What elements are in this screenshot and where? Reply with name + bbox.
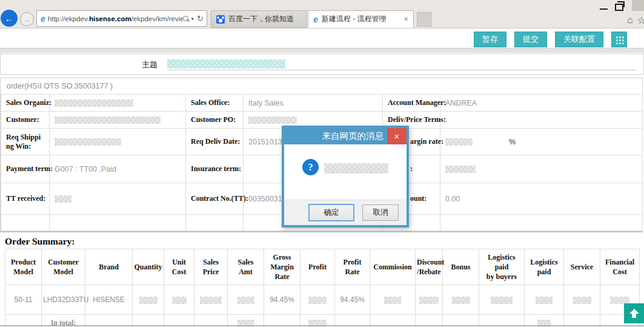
- summary-col-header: Commission: [370, 249, 416, 285]
- field-req-deliv-date-label: Req Deliv Date:: [186, 129, 244, 155]
- field-customer-value: [50, 112, 186, 129]
- window-corner: [632, 0, 644, 11]
- field-sales-organiz-label: Sales Organiz:: [1, 95, 50, 112]
- field-tt-received-value: [50, 183, 186, 215]
- window-controls: [600, 2, 623, 11]
- field-margin-rate-value: %: [440, 129, 643, 155]
- tab-close-icon[interactable]: ×: [403, 15, 408, 24]
- browser-chrome: ← → e http://ekpdev.hisense.com/ekpdev/k…: [0, 0, 644, 29]
- question-mark-icon: ?: [302, 159, 319, 175]
- field-req-shipping-win-label: Req Shipping Win:: [1, 129, 50, 155]
- favorites-star-icon[interactable]: ☆: [637, 15, 644, 26]
- field-sales-office-value: Italy Sales: [244, 95, 383, 112]
- field-tt-received-label: TT received:: [1, 183, 50, 215]
- redacted-value: [419, 297, 439, 304]
- summary-col-header: Gross Margin Rate: [264, 249, 300, 285]
- search-icon[interactable]: [183, 16, 188, 21]
- field-payment-term-value: G007 : TT00 ,Paid: [50, 155, 186, 183]
- summary-col-header: Quantity: [133, 249, 164, 285]
- summary-header-row: Product ModelCustomer ModelBrandQuantity…: [5, 249, 640, 285]
- forward-button[interactable]: →: [20, 12, 34, 26]
- field-customer-label: Customer:: [1, 112, 50, 129]
- summary-cell: [416, 285, 443, 315]
- grid-menu-button[interactable]: [611, 32, 627, 47]
- summary-cell: [164, 285, 194, 315]
- summary-col-header: Service: [564, 249, 600, 285]
- redacted-value: [237, 297, 254, 304]
- forward-arrow-icon: →: [24, 15, 31, 24]
- summary-cell: 94.45%: [335, 285, 370, 315]
- ie-favicon: e: [313, 15, 318, 24]
- webpage-message-dialog: 来自网页的消息 × ? 确定 取消: [282, 126, 409, 228]
- subject-box: 主题: [0, 53, 644, 75]
- dialog-body: ?: [284, 144, 407, 200]
- field-hidden-value: [440, 155, 643, 183]
- percent-sign: %: [509, 138, 516, 146]
- redacted-value: [55, 99, 133, 107]
- field-deliv-price-terms-value: :: [440, 112, 643, 129]
- minimize-icon[interactable]: [600, 8, 608, 10]
- field-insurance-term-label: Insurance term:: [186, 155, 244, 183]
- redacted-value: [445, 138, 473, 146]
- redacted-value: [172, 297, 187, 304]
- field-amount-value: 0.00: [440, 183, 643, 215]
- redacted-value: [200, 297, 222, 304]
- summary-data-row: 50-11LHD32D33TUHISENSE94.45%94.45%: [5, 285, 640, 315]
- url-text[interactable]: http://ekpdev.hisense.com/ekpdev/km/revi…: [48, 15, 183, 22]
- refresh-icon[interactable]: ↻: [197, 14, 204, 23]
- chevron-down-icon[interactable]: ▾: [191, 16, 194, 22]
- summary-col-header: Profit Rate: [335, 249, 370, 285]
- summary-col-header: Customer Model: [42, 249, 85, 285]
- submit-button[interactable]: 提交: [514, 32, 547, 47]
- summary-col-header: Brand: [85, 249, 133, 285]
- subject-label: 主题: [142, 59, 158, 70]
- cancel-button[interactable]: 取消: [362, 204, 399, 221]
- tab-process-management[interactable]: e 新建流程 - 流程管理 ×: [308, 10, 414, 28]
- summary-col-header: Product Model: [5, 249, 42, 285]
- field-contract-no-label: Contract No.(TT):: [186, 183, 244, 215]
- summary-cell: [133, 285, 164, 315]
- subject-input[interactable]: [167, 58, 636, 70]
- summary-cell: 50-11: [5, 285, 42, 315]
- summary-col-header: Bonus: [443, 249, 479, 285]
- redacted-value: [248, 116, 297, 124]
- back-button[interactable]: ←: [1, 10, 18, 27]
- save-draft-button[interactable]: 暂存: [474, 32, 506, 47]
- summary-col-header: Profit: [300, 249, 335, 285]
- tab-label: 百度一下，你就知道: [228, 14, 301, 24]
- baidu-favicon-icon: [216, 15, 225, 24]
- back-arrow-icon: ←: [5, 13, 14, 24]
- related-config-button[interactable]: 关联配置: [555, 32, 603, 47]
- tab-baidu[interactable]: 百度一下，你就知道: [211, 10, 307, 28]
- redacted-value: [384, 297, 401, 304]
- redacted-value: [55, 116, 161, 124]
- dialog-close-icon[interactable]: ×: [387, 128, 407, 144]
- summary-cell: [370, 285, 416, 315]
- field-account-manager-label: Account Manager:: [383, 95, 440, 112]
- summary-col-header: Discount /Rebate: [416, 249, 443, 285]
- back-to-top-button[interactable]: [624, 303, 644, 323]
- redacted-value: [491, 297, 513, 304]
- field-sales-organiz-value: [50, 95, 186, 112]
- summary-cell: [525, 285, 564, 315]
- address-bar[interactable]: e http://ekpdev.hisense.com/ekpdev/km/re…: [36, 10, 207, 27]
- summary-cell: [194, 285, 228, 315]
- summary-col-header: Unit Cost: [164, 249, 194, 285]
- ie-favicon: e: [41, 14, 45, 24]
- restore-icon[interactable]: [615, 4, 623, 11]
- empty-cell: [1, 215, 50, 231]
- order-number-line: order(HSII OTS SO:35003177 ): [1, 78, 642, 94]
- summary-cell: [300, 285, 335, 315]
- summary-cell: LHD32D33TU: [42, 285, 85, 315]
- home-icon[interactable]: ⌂: [627, 15, 633, 26]
- summary-cell: 94.45%: [264, 285, 300, 315]
- new-tab-button[interactable]: [417, 12, 431, 27]
- tab-label: 新建流程 - 流程管理: [322, 14, 399, 24]
- summary-cell: [564, 285, 600, 315]
- summary-cell: [443, 285, 479, 315]
- page-toolbar: 暂存 提交 关联配置: [474, 32, 627, 47]
- field-sales-office-label: Sales Office:: [186, 95, 244, 112]
- summary-col-header: Financial Cost: [600, 249, 640, 285]
- ok-button[interactable]: 确定: [308, 204, 354, 221]
- dialog-title-bar[interactable]: 来自网页的消息 ×: [284, 128, 407, 144]
